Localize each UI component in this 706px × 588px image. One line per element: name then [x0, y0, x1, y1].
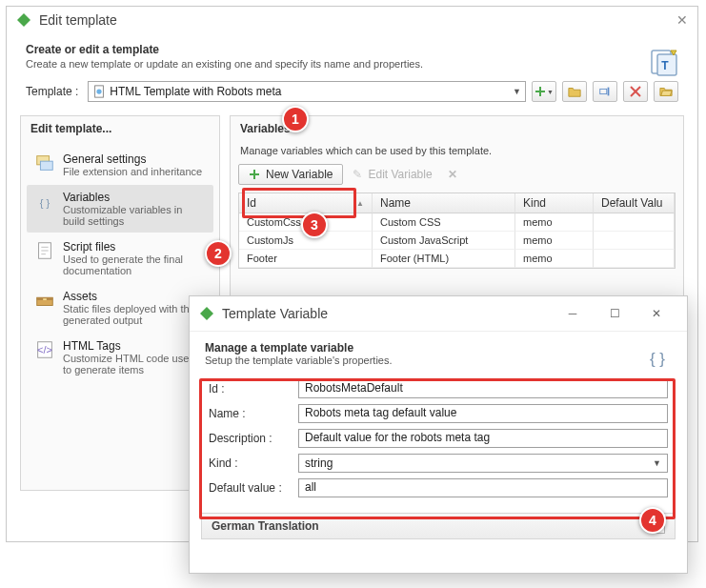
titlebar: Template Variable ─ ☐ ✕: [190, 296, 687, 332]
folder-icon: [568, 85, 581, 98]
svg-text:</>: </>: [37, 344, 52, 355]
callout-1: 1: [282, 106, 309, 132]
svg-text:{ }: { }: [40, 197, 50, 209]
nav-item-scripts[interactable]: Script filesUsed to generate the final d…: [27, 234, 213, 282]
minimize-button[interactable]: ─: [552, 302, 594, 325]
svg-rect-25: [250, 173, 259, 175]
delete-variable-icon[interactable]: ✕: [448, 168, 457, 181]
callout-4: 4: [639, 507, 666, 534]
delete-icon: [630, 86, 641, 97]
svg-rect-8: [600, 89, 607, 93]
assets-icon: [34, 290, 55, 311]
description-label: Description :: [209, 432, 298, 445]
kind-label: Kind :: [209, 456, 298, 470]
section-header: Create or edit a template Create a new t…: [7, 33, 697, 70]
dialog-section-desc: Setup the template variable's properties…: [205, 355, 672, 366]
svg-marker-26: [200, 307, 213, 320]
chevron-down-icon: ▼: [547, 89, 554, 95]
description-field[interactable]: Default value for the robots meta tag: [298, 429, 668, 448]
plus-icon: [249, 169, 260, 180]
templates-icon: T: [650, 47, 680, 77]
close-icon[interactable]: ✕: [676, 12, 688, 28]
add-template-button[interactable]: ▼: [532, 81, 556, 102]
svg-marker-0: [17, 13, 30, 27]
template-row: Template : HTML Template with Robots met…: [7, 70, 697, 110]
svg-text:T: T: [661, 59, 669, 72]
german-translation-accordion[interactable]: German Translation ˄: [201, 513, 676, 539]
plus-icon: [535, 86, 546, 97]
dialog-section-head: Manage a template variable Setup the tem…: [190, 332, 687, 372]
nav-item-htmltags[interactable]: </> HTML TagsCustomize HTML code used to…: [27, 334, 213, 381]
copy-template-button[interactable]: [562, 81, 587, 102]
settings-icon: [34, 152, 55, 173]
svg-text:{ }: { }: [650, 350, 665, 368]
nav-item-variables[interactable]: { } VariablesCustomizable variables in b…: [27, 185, 213, 233]
chevron-down-icon: ▼: [513, 87, 521, 96]
page-icon: [92, 85, 106, 98]
folder-open-icon: [659, 85, 673, 98]
diamond-icon: [16, 12, 31, 28]
sort-icon: ▲: [356, 199, 364, 208]
default-label: Default value :: [209, 481, 298, 495]
nav-item-general[interactable]: General settingsFile extension and inher…: [27, 147, 213, 183]
edit-variable-button[interactable]: ✎ Edit Variable ✕: [353, 168, 456, 181]
section-title: Create or edit a template: [26, 43, 678, 56]
svg-point-5: [97, 89, 102, 93]
id-label: Id :: [209, 382, 298, 395]
svg-rect-21: [43, 298, 47, 300]
template-select[interactable]: HTML Template with Robots meta ▼: [88, 81, 526, 102]
name-label: Name :: [209, 407, 298, 420]
left-panel-head: Edit template...: [21, 116, 219, 141]
braces-icon: { }: [34, 191, 55, 212]
delete-template-button[interactable]: [623, 81, 648, 102]
id-field[interactable]: RobotsMetaDefault: [298, 379, 668, 398]
template-value: HTML Template with Robots meta: [110, 85, 513, 98]
edit-variable-label: Edit Variable: [368, 168, 432, 181]
variables-toolbar: New Variable ✎ Edit Variable ✕: [231, 156, 683, 193]
script-icon: [34, 240, 55, 261]
template-variable-window: Template Variable ─ ☐ ✕ Manage a templat…: [189, 295, 688, 574]
callout-2: 2: [205, 240, 232, 267]
chevron-down-icon: ▼: [653, 458, 661, 468]
accordion-label: German Translation: [212, 519, 319, 533]
nav-item-assets[interactable]: AssetsStatic files deployed with the gen…: [27, 284, 213, 332]
name-field[interactable]: Robots meta tag default value: [298, 404, 668, 423]
col-id[interactable]: Id▲: [239, 193, 373, 213]
new-variable-label: New Variable: [266, 168, 333, 181]
window-title: Edit template: [39, 12, 676, 28]
section-desc: Create a new template or update an exist…: [26, 58, 678, 70]
default-value-field[interactable]: all: [298, 478, 668, 497]
maximize-button[interactable]: ☐: [594, 302, 635, 325]
titlebar: Edit template ✕: [7, 7, 697, 33]
kind-select[interactable]: string▼: [298, 454, 668, 473]
col-name[interactable]: Name: [373, 193, 515, 213]
svg-rect-7: [535, 91, 545, 92]
callout-3: 3: [301, 212, 328, 238]
template-label: Template :: [26, 85, 78, 98]
col-kind[interactable]: Kind: [515, 193, 594, 213]
right-panel-sub: Manage variables which can be used by th…: [231, 141, 683, 156]
pencil-icon: ✎: [353, 168, 362, 181]
grid-header: Id▲ Name Kind Default Valu: [239, 193, 675, 213]
open-template-button[interactable]: [654, 81, 678, 102]
rename-template-button[interactable]: [593, 81, 617, 102]
close-button[interactable]: ✕: [635, 302, 677, 325]
table-row[interactable]: FooterFooter (HTML)memo: [239, 250, 675, 268]
col-default[interactable]: Default Valu: [594, 193, 675, 213]
variable-form: Id :RobotsMetaDefault Name :Robots meta …: [190, 372, 687, 511]
diamond-icon: [199, 306, 214, 321]
html-tags-icon: </>: [34, 339, 55, 360]
dialog-section-title: Manage a template variable: [205, 341, 672, 355]
svg-rect-13: [40, 161, 52, 170]
window-title: Template Variable: [222, 306, 552, 321]
new-variable-button[interactable]: New Variable: [238, 164, 343, 185]
rename-icon: [598, 85, 612, 98]
braces-icon: { }: [641, 338, 674, 371]
